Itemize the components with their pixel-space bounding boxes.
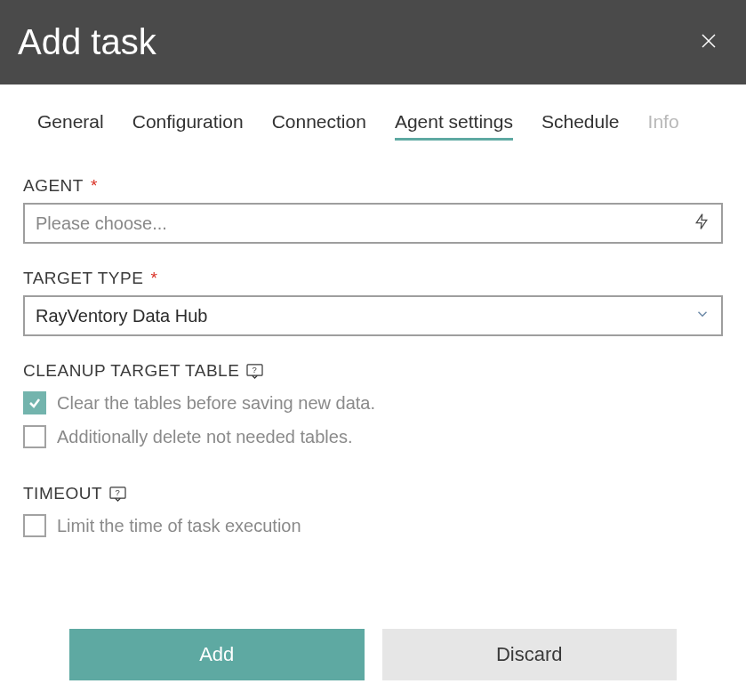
agent-field-group: AGENT * Please choose...	[23, 176, 723, 244]
cleanup-clear-checkbox[interactable]	[23, 391, 46, 414]
tab-info: Info	[648, 111, 679, 141]
agent-select[interactable]: Please choose...	[23, 203, 723, 244]
tab-agent-settings[interactable]: Agent settings	[395, 111, 513, 141]
timeout-label: TIMEOUT ?	[23, 484, 723, 503]
tab-connection[interactable]: Connection	[272, 111, 366, 141]
cleanup-delete-label: Additionally delete not needed tables.	[57, 427, 352, 447]
help-icon[interactable]: ?	[246, 364, 263, 379]
required-marker: *	[150, 269, 157, 288]
cleanup-label-text: CLEANUP TARGET TABLE	[23, 361, 239, 381]
form-content: AGENT * Please choose... TARGET TYPE * R…	[0, 141, 746, 537]
tab-general[interactable]: General	[37, 111, 104, 141]
dialog-footer: Add Discard	[0, 629, 746, 680]
svg-text:?: ?	[116, 487, 121, 497]
timeout-limit-checkbox-row[interactable]: Limit the time of task execution	[23, 514, 723, 537]
add-button[interactable]: Add	[69, 629, 365, 680]
tab-configuration[interactable]: Configuration	[132, 111, 244, 141]
timeout-field-group: TIMEOUT ? Limit the time of task executi…	[23, 484, 723, 537]
target-type-select[interactable]: RayVentory Data Hub	[23, 295, 723, 336]
timeout-limit-checkbox[interactable]	[23, 514, 46, 537]
target-type-label-text: TARGET TYPE	[23, 269, 143, 288]
cleanup-delete-checkbox[interactable]	[23, 425, 46, 448]
agent-label-text: AGENT	[23, 176, 84, 196]
tab-bar: General Configuration Connection Agent s…	[0, 84, 746, 141]
cleanup-label: CLEANUP TARGET TABLE ?	[23, 361, 723, 381]
lightning-icon	[693, 211, 710, 236]
required-marker: *	[91, 176, 98, 196]
target-type-value: RayVentory Data Hub	[36, 306, 694, 326]
cleanup-clear-checkbox-row[interactable]: Clear the tables before saving new data.	[23, 391, 723, 414]
cleanup-delete-checkbox-row[interactable]: Additionally delete not needed tables.	[23, 425, 723, 448]
chevron-down-icon	[694, 306, 710, 326]
dialog-header: Add task	[0, 0, 746, 84]
help-icon[interactable]: ?	[109, 487, 126, 502]
cleanup-clear-label: Clear the tables before saving new data.	[57, 393, 375, 414]
cleanup-field-group: CLEANUP TARGET TABLE ? Clear the tables …	[23, 361, 723, 448]
svg-text:?: ?	[253, 365, 258, 374]
timeout-limit-label: Limit the time of task execution	[57, 516, 301, 536]
discard-button[interactable]: Discard	[382, 629, 678, 680]
timeout-label-text: TIMEOUT	[23, 484, 102, 503]
target-type-field-group: TARGET TYPE * RayVentory Data Hub	[23, 269, 723, 336]
agent-select-placeholder: Please choose...	[36, 213, 693, 234]
agent-label: AGENT *	[23, 176, 723, 196]
target-type-label: TARGET TYPE *	[23, 269, 723, 288]
close-icon[interactable]	[696, 28, 721, 57]
dialog-title: Add task	[18, 22, 156, 62]
tab-schedule[interactable]: Schedule	[541, 111, 620, 141]
